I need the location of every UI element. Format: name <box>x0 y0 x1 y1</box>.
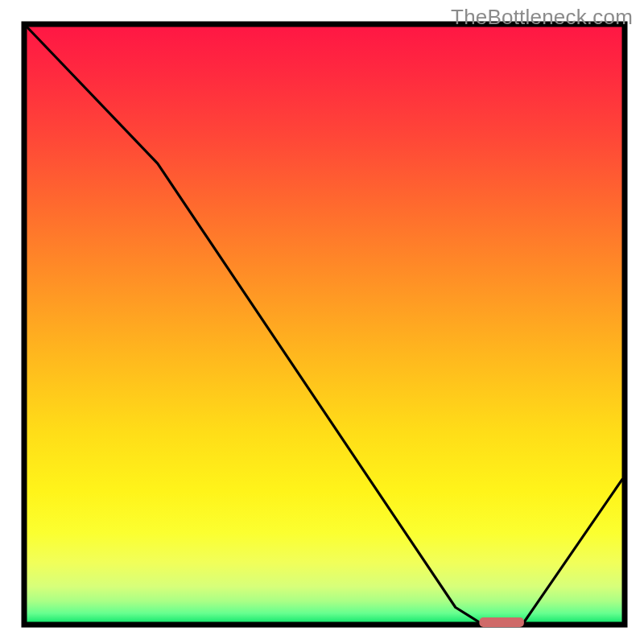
watermark-text: TheBottleneck.com <box>451 5 633 30</box>
chart-canvas <box>0 0 644 644</box>
bottleneck-chart: TheBottleneck.com <box>0 0 644 644</box>
optimal-marker <box>479 617 524 627</box>
plot-gradient-bg <box>27 27 622 622</box>
